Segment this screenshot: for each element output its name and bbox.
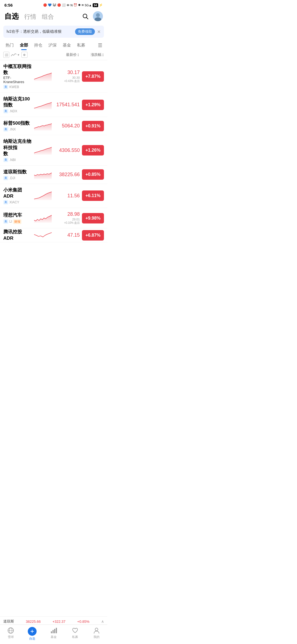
- status-icons: 🔴 💙 🐼 🔴 ⬜ 👁 N ⏰ ✱ ≋ 5G▲ 94 ⚡: [43, 3, 103, 7]
- nfc-icon: N: [70, 4, 73, 7]
- svg-marker-8: [34, 147, 52, 155]
- stock-name: 道琼斯指数: [3, 169, 31, 175]
- eye-icon: 👁: [67, 4, 70, 7]
- tab-private[interactable]: 私募: [75, 41, 87, 50]
- stock-code: LI: [9, 220, 12, 223]
- stock-name: 小米集团ADR: [3, 187, 31, 199]
- price-area: 38225.66: [55, 172, 80, 178]
- tab-watchlist[interactable]: 自选: [4, 12, 19, 21]
- battery-level: 94: [93, 3, 98, 7]
- svg-marker-9: [34, 173, 52, 179]
- top-nav: 自选 行情 组合: [0, 9, 107, 24]
- stock-price-sub: 30.30: [55, 76, 80, 79]
- stock-info: 纳斯达克100指数 美 .NDX: [3, 96, 31, 113]
- stock-change-badge: +9.98%: [82, 213, 104, 223]
- mini-chart: [34, 170, 53, 179]
- price-area: 28.98 29.01 +0.10% 盘后: [55, 211, 80, 225]
- banner: lv2在手：透析交易，低吸稳准狠 免费领取 ✕: [3, 26, 104, 38]
- copy-icon[interactable]: ⬜: [3, 52, 9, 58]
- banner-close-button[interactable]: ✕: [97, 29, 101, 34]
- stock-item[interactable]: 腾讯控股ADR 47.15 +6.87%: [0, 228, 107, 242]
- stock-meta: 美 XIACY: [3, 200, 31, 204]
- mini-chart: [34, 191, 53, 201]
- tab-fund[interactable]: 基金: [61, 41, 73, 50]
- mini-chart: [34, 145, 53, 155]
- stock-change-badge: +7.87%: [82, 71, 104, 82]
- tab-more-button[interactable]: ☰: [96, 41, 104, 50]
- th-price[interactable]: 最新价 ▲▼: [57, 52, 79, 57]
- stock-meta: 美 .DJI: [3, 176, 31, 180]
- tab-all[interactable]: 全部: [18, 41, 30, 50]
- stock-item[interactable]: 纳斯达克生物科技指数 美 .NBI 4306.550 +1.26%: [0, 135, 107, 165]
- tab-shenzen[interactable]: 沪深: [46, 41, 59, 50]
- th-change[interactable]: 涨跌幅 ▲▼: [79, 52, 104, 57]
- tab-holdings[interactable]: 持仓: [32, 41, 45, 50]
- stock-name: 中概互联网指数: [3, 64, 31, 76]
- price-area: 17541.541: [55, 102, 80, 108]
- svg-marker-10: [34, 192, 52, 200]
- stock-price: 30.17: [55, 70, 80, 75]
- alipay-icon: 💙: [48, 3, 52, 7]
- th-tools: ⬜ ▼ ⚙: [3, 52, 57, 58]
- stock-price: 28.98: [55, 211, 80, 217]
- stock-item[interactable]: 小米集团ADR 美 XIACY 11.56 +6.11%: [0, 184, 107, 208]
- market-badge: 美: [3, 219, 8, 224]
- banner-cta-button[interactable]: 免费领取: [75, 28, 95, 35]
- svg-point-3: [96, 13, 100, 17]
- stock-item[interactable]: 纳斯达克100指数 美 .NDX 17541.541 +1.29%: [0, 93, 107, 117]
- charging-icon: ⚡: [99, 3, 103, 7]
- stock-code: XIACY: [9, 200, 19, 204]
- stock-code: KWEB: [9, 85, 19, 89]
- stock-price-sub: 29.01: [55, 218, 80, 221]
- stock-item[interactable]: 中概互联网指数 ETF-KraneShares 美 KWEB 30.17 30.…: [0, 60, 107, 93]
- change-sort-icon: ▲▼: [102, 53, 104, 57]
- stock-meta: 美 KWEB: [3, 85, 31, 89]
- stock-info: 标普500指数 美 .INX: [3, 120, 31, 132]
- mini-chart: [34, 121, 53, 131]
- news-badge: 财报: [13, 219, 21, 224]
- nav-tabs: 自选 行情 组合: [4, 12, 81, 21]
- banner-text: lv2在手：透析交易，低吸稳准狠: [7, 29, 62, 34]
- market-badge: 美: [3, 158, 8, 162]
- stock-after-hours: +0.10% 盘后: [55, 221, 80, 225]
- price-area: 30.17 30.30 +0.43% 盘后: [55, 70, 80, 83]
- settings-icon[interactable]: ⚙: [21, 52, 28, 58]
- stock-code: .NBI: [9, 158, 16, 162]
- stock-info: 纳斯达克生物科技指数 美 .NBI: [3, 138, 31, 162]
- stock-name: 纳斯达克生物科技指数: [3, 138, 31, 157]
- avatar-image: [93, 11, 103, 21]
- mini-chart: [34, 100, 53, 110]
- th-cols: 最新价 ▲▼ 涨跌幅 ▲▼: [57, 52, 104, 57]
- stock-price: 5064.20: [55, 123, 80, 129]
- tab-market[interactable]: 行情: [24, 13, 36, 21]
- stock-item[interactable]: 道琼斯指数 美 .DJI 38225.66 +0.85%: [0, 166, 107, 184]
- stock-change-badge: +6.11%: [82, 190, 104, 201]
- table-header: ⬜ ▼ ⚙ 最新价 ▲▼ 涨跌幅 ▲▼: [0, 50, 107, 60]
- search-button[interactable]: [81, 12, 89, 20]
- stock-change-badge: +6.87%: [82, 230, 104, 241]
- status-bar: 6:56 🔴 💙 🐼 🔴 ⬜ 👁 N ⏰ ✱ ≋ 5G▲ 94 ⚡: [0, 0, 107, 9]
- avatar[interactable]: [93, 11, 103, 21]
- stock-code: .INX: [9, 127, 16, 131]
- stock-price: 11.56: [55, 193, 80, 199]
- banner-right: 免费领取 ✕: [75, 28, 101, 35]
- tab-hot[interactable]: 热门: [3, 41, 16, 50]
- tab-portfolio[interactable]: 组合: [42, 13, 54, 21]
- price-sort-icon: ▲▼: [77, 53, 79, 57]
- stock-change-badge: +0.91%: [82, 121, 104, 131]
- mini-chart: [34, 230, 53, 240]
- price-area: 11.56: [55, 193, 80, 199]
- svg-marker-6: [34, 102, 52, 109]
- mini-chart: [34, 213, 53, 223]
- chart-type-selector[interactable]: ▼: [11, 53, 20, 57]
- svg-marker-7: [34, 124, 52, 130]
- market-badge: 美: [3, 200, 8, 204]
- stock-meta: 美 .INX: [3, 127, 31, 132]
- wifi-icon: ≋: [81, 3, 84, 7]
- stock-meta: 美 .NDX: [3, 109, 31, 113]
- dropdown-arrow: ▼: [17, 53, 20, 56]
- stock-info: 道琼斯指数 美 .DJI: [3, 169, 31, 180]
- stock-item[interactable]: 理想汽车 美 LI 财报 28.98 29.01 +0.10% 盘后 +9.98…: [0, 208, 107, 228]
- stock-item[interactable]: 标普500指数 美 .INX 5064.20 +0.91%: [0, 117, 107, 135]
- stock-price: 4306.550: [55, 148, 80, 153]
